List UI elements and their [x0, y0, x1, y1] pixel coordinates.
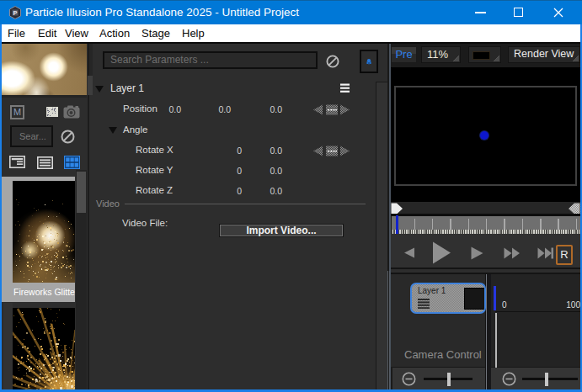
- svg-text:P: P: [13, 9, 17, 17]
